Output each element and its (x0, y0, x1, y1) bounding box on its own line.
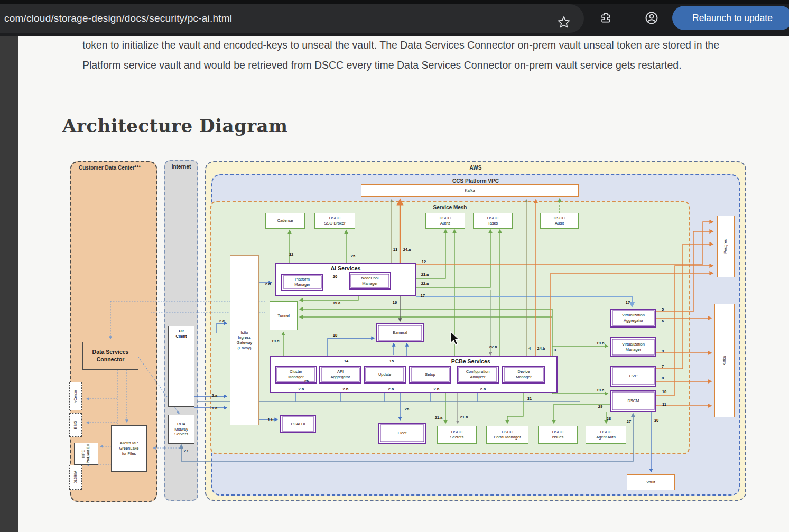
update-label: Update (378, 372, 391, 377)
vcenter-label: vCenter (73, 390, 78, 403)
setup: Setup (409, 366, 451, 384)
page-title: Architecture Diagram (62, 115, 288, 136)
dscm: DSCM (610, 390, 656, 412)
tunnel-label: Tunnel (277, 313, 290, 319)
dscc-authz-label: DSCC Authz (440, 216, 451, 226)
dscc-secrets-label: DSCC Secrets (450, 430, 463, 440)
istio-ingress-gateway: Istio Ingress Gateway (Envoy) (230, 255, 259, 425)
kafka-right-label: Kafka (722, 356, 727, 365)
url-text[interactable]: com/cloud/storage-design/docs/security/p… (0, 13, 232, 24)
body-paragraph: token to initialize the vault and encode… (82, 35, 758, 75)
virtualization-manager-label: Virtualization Manager (622, 342, 645, 352)
dscc-portal-manager: DSCC Portal Manager (486, 426, 528, 444)
rda-midway-servers-label: RDA Midway Servers (174, 422, 188, 437)
dscc-agent-auth-label: DSCC Agent Auth (596, 430, 616, 440)
ui-client: UI/ Client (168, 326, 194, 407)
esxi: ESXi (69, 413, 82, 437)
profile-icon[interactable] (644, 11, 659, 25)
ezmeral-label: Ezmeral (393, 330, 407, 335)
vault: Vault (627, 474, 675, 490)
vault-label: Vault (646, 480, 655, 485)
kafka-top: Kafka (361, 184, 579, 197)
dscc-authz: DSCC Authz (425, 213, 465, 229)
dscc-audit-label: DSCC Audit (554, 216, 565, 226)
cluster-manager: Cluster Manager (275, 366, 317, 384)
configuration-analyzer: Configuration Analyzer (457, 366, 499, 384)
device-manager: Device Manager (502, 366, 545, 384)
virtualization-manager: Virtualization Manager (610, 337, 656, 357)
dscc-agent-auth: DSCC Agent Auth (586, 426, 626, 444)
api-aggregator-label: API Aggregator (330, 369, 350, 380)
fleet-label: Fleet (398, 431, 407, 436)
postgres-label: Postgres (723, 239, 728, 254)
dscc-secrets: DSCC Secrets (437, 426, 477, 444)
pcai-ui-label: PCAI UI (291, 422, 305, 427)
dscc-audit: DSCC Audit (540, 213, 579, 229)
kafka-right: Kafka (714, 304, 735, 417)
cvp: CVP (610, 366, 656, 387)
ui-client-label: UI/ Client (176, 326, 187, 339)
pcbe-services-label: PCBe Services (385, 358, 556, 366)
data-services-connector: Data Services Connector (82, 342, 138, 370)
dl380a: DL380A (69, 465, 82, 490)
update: Update (364, 366, 406, 384)
esxi-label: ESXi (73, 421, 78, 429)
cadence-label: Cadence (277, 218, 293, 223)
ai-services-label: AI Services (276, 265, 415, 273)
virtualization-aggregator-label: Virtualization Aggregator (622, 313, 645, 323)
dscc-portal-manager-label: DSCC Portal Manager (494, 430, 521, 440)
cvp-label: CVP (629, 374, 637, 379)
browser-topbar: com/cloud/storage-design/docs/security/p… (0, 0, 789, 36)
hpe-proliant-label: HPE ProLiant 8.0 (81, 443, 91, 464)
pcai-ui: PCAI UI (280, 415, 316, 433)
alletra-mp-greenlake-label: Alletra MP GreenLake for Files (119, 441, 138, 456)
device-manager-label: Device Manager (516, 369, 532, 380)
cluster-manager-label: Cluster Manager (288, 369, 304, 380)
dscc-tasks: DSCC Tasks (473, 213, 513, 229)
relaunch-button[interactable]: Relaunch to update (672, 6, 789, 30)
tunnel: Tunnel (270, 301, 298, 330)
mouse-cursor (449, 331, 461, 346)
configuration-analyzer-label: Configuration Analyzer (466, 369, 490, 380)
rda-midway-servers: RDA Midway Servers (168, 415, 194, 444)
istio-ingress-gateway-label: Istio Ingress Gateway (Envoy) (237, 330, 253, 351)
address-bar[interactable]: com/cloud/storage-design/docs/security/p… (0, 4, 584, 33)
dscc-sso-broker: DSCC SSO Broker (314, 213, 355, 229)
ezmeral: Ezmeral (376, 323, 424, 342)
cadence: Cadence (265, 213, 305, 229)
vcenter: vCenter (69, 382, 82, 410)
fleet: Fleet (378, 423, 426, 444)
setup-label: Setup (425, 372, 435, 377)
architecture-diagram: Customer Data Center***InternetAWSCCS Pl… (62, 156, 748, 507)
dscc-sso-broker-label: DSCC SSO Broker (324, 216, 345, 226)
kafka-top-label: Kafka (465, 188, 475, 193)
dscc-issues: DSCC Issues (538, 426, 578, 444)
dscc-issues-label: DSCC Issues (552, 430, 564, 440)
virtualization-aggregator: Virtualization Aggregator (610, 309, 656, 328)
postgres: Postgres (717, 216, 735, 277)
nodepool-manager-label: NodePool Manager (361, 276, 379, 286)
dscm-label: DSCM (627, 398, 639, 404)
platform-manager: Platform Manager (281, 274, 323, 291)
data-services-connector-label: Data Services Connector (92, 349, 129, 363)
api-aggregator: API Aggregator (319, 366, 361, 384)
bookmark-star-icon[interactable] (556, 15, 571, 30)
nodepool-manager: NodePool Manager (349, 272, 391, 290)
window-edge (0, 0, 789, 4)
hpe-proliant: HPE ProLiant 8.0 (74, 443, 98, 465)
extensions-icon[interactable] (599, 11, 614, 25)
dl380a-label: DL380A (73, 471, 78, 484)
alletra-mp-greenlake: Alletra MP GreenLake for Files (111, 425, 147, 472)
platform-manager-label: Platform Manager (294, 277, 310, 287)
toolbar-divider (629, 12, 629, 24)
dscc-tasks-label: DSCC Tasks (487, 216, 498, 226)
left-dark-strip (0, 36, 18, 532)
